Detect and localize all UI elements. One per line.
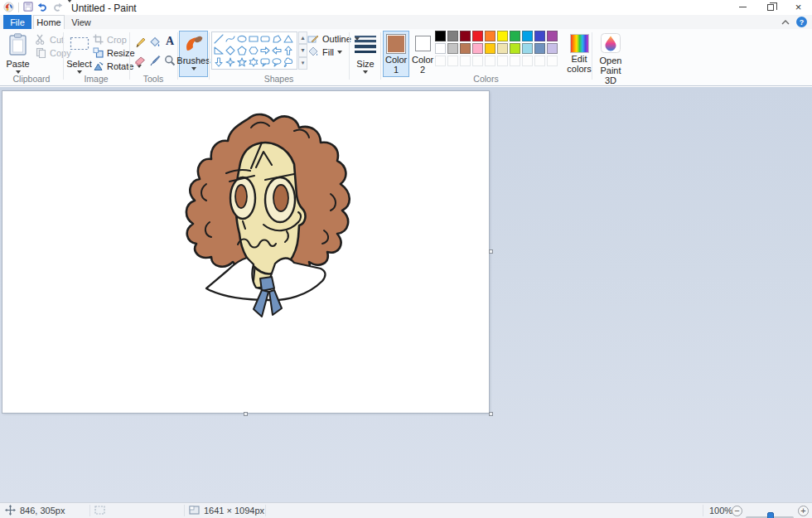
shape-right-triangle-icon[interactable] [213,45,225,56]
palette-swatch[interactable] [522,31,533,41]
palette-swatch-empty[interactable] [485,56,495,66]
eraser-tool-button[interactable] [133,54,147,67]
shape-rectangle-icon[interactable] [248,33,259,45]
palette-swatch[interactable] [447,43,458,54]
shape-diamond-icon[interactable] [225,45,236,56]
shape-curve-icon[interactable] [225,33,236,45]
pencil-tool-button[interactable] [133,36,147,49]
palette-swatch[interactable] [447,31,458,41]
cut-label: Cut [50,35,64,45]
zoom-out-button[interactable]: − [732,503,742,518]
palette-swatch[interactable] [547,31,558,41]
shape-ellipse-icon[interactable] [236,33,248,45]
color1-button[interactable]: Color 1 [383,31,409,77]
minimize-button[interactable] [729,0,756,14]
selection-size-icon [94,506,105,516]
shape-rounded-rectangle-icon[interactable] [259,33,271,45]
undo-icon[interactable] [37,2,48,13]
zoom-in-button[interactable]: + [798,503,809,518]
canvas-resize-handle-bottom[interactable] [244,412,248,416]
color-picker-tool-button[interactable] [148,54,162,67]
fill-button[interactable]: Fill [307,46,342,58]
color2-button[interactable]: Color 2 [411,31,434,77]
palette-swatch[interactable] [460,43,471,54]
shape-rounded-callout-icon[interactable] [259,56,271,68]
palette-swatch[interactable] [435,43,446,54]
canvas-resize-handle-corner[interactable] [489,412,493,416]
palette-swatch-empty[interactable] [497,56,508,66]
shape-line-icon[interactable] [213,33,225,45]
shape-arrow-up-icon[interactable] [283,45,294,56]
shape-triangle-icon[interactable] [283,33,294,45]
paint-app-icon[interactable] [3,2,14,14]
palette-swatch-empty[interactable] [435,56,446,66]
close-button[interactable]: × [785,0,812,14]
palette-swatch-empty[interactable] [472,56,483,66]
palette-swatch-empty[interactable] [534,56,545,66]
palette-swatch[interactable] [485,31,495,41]
shapes-more-icon[interactable]: ▾ [298,57,307,70]
shape-arrow-down-icon[interactable] [213,56,225,68]
palette-swatch[interactable] [547,43,558,54]
collapse-ribbon-icon[interactable] [781,18,790,27]
cut-button[interactable]: Cut [36,34,64,46]
shape-cloud-callout-icon[interactable] [283,56,294,68]
open-paint3d-button[interactable]: Open Paint 3D [594,31,627,77]
shape-arrow-left-icon[interactable] [271,45,283,56]
restore-button[interactable] [756,0,784,14]
palette-swatch[interactable] [472,43,483,54]
palette-swatch[interactable] [435,31,446,41]
shapes-scroll-up-icon[interactable]: ▲ [298,31,307,44]
shapes-scroll-down-icon[interactable]: ▼ [298,44,307,56]
tab-file[interactable]: File [3,15,31,29]
palette-swatch[interactable] [534,31,545,41]
text-tool-button[interactable]: A [163,35,176,48]
shape-polygon-icon[interactable] [271,33,283,45]
palette-swatch[interactable] [497,43,508,54]
edit-colors-button[interactable]: Edit colors [563,31,595,77]
palette-swatch-empty[interactable] [460,56,471,66]
palette-swatch[interactable] [534,43,545,54]
palette-swatch[interactable] [472,31,483,41]
shapes-scrollbar: ▲ ▼ ▾ [298,31,307,70]
tab-view[interactable]: View [66,15,96,29]
palette-swatch[interactable] [497,31,508,41]
brushes-label: Brushes [176,56,210,65]
select-button[interactable]: Select [66,31,92,77]
canvas-size-icon [189,506,200,516]
save-icon[interactable] [23,2,33,13]
size-button[interactable]: Size [351,31,379,77]
drawing-canvas[interactable] [2,91,489,413]
shape-hexagon-icon[interactable] [248,45,259,56]
paint3d-icon [601,33,621,55]
palette-row-1 [435,31,558,41]
paste-button[interactable]: Paste [5,31,31,77]
brushes-button[interactable]: Brushes [179,31,208,77]
magnifier-tool-button[interactable] [163,54,176,67]
palette-swatch-empty[interactable] [510,56,520,66]
zoom-slider-thumb[interactable] [767,512,774,518]
palette-swatch-empty[interactable] [447,56,458,66]
shape-four-point-star-icon[interactable] [225,56,236,68]
shape-six-point-star-icon[interactable] [248,56,259,68]
redo-icon[interactable] [52,2,63,13]
edit-colors-label: Edit colors [565,54,593,74]
help-icon[interactable]: ? [796,17,807,27]
palette-swatch[interactable] [522,43,533,54]
palette-swatch[interactable] [460,31,471,41]
palette-swatch[interactable] [510,31,520,41]
zoom-slider[interactable] [746,510,794,518]
palette-swatch[interactable] [485,43,495,54]
palette-swatch-empty[interactable] [547,56,558,66]
fill-tool-button[interactable] [148,36,162,49]
canvas-resize-handle-right[interactable] [489,249,493,254]
color2-swatch [415,36,431,51]
palette-swatch[interactable] [510,43,520,54]
shape-oval-callout-icon[interactable] [271,56,283,68]
palette-swatch-empty[interactable] [522,56,533,66]
shape-pentagon-icon[interactable] [236,45,248,56]
crop-button[interactable]: Crop [93,34,127,46]
shape-arrow-right-icon[interactable] [259,45,271,56]
tab-home[interactable]: Home [33,15,65,29]
shape-five-point-star-icon[interactable] [236,56,248,68]
